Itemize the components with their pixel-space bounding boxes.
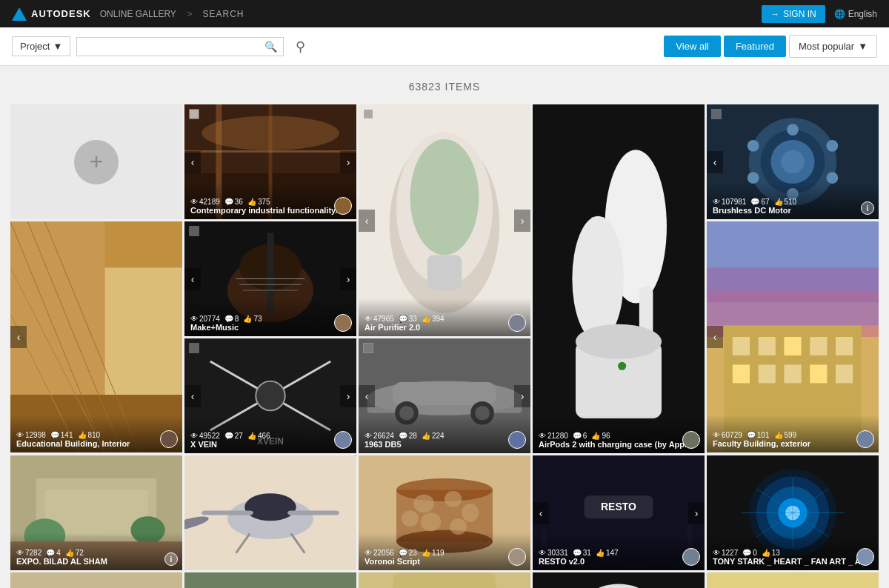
list-item[interactable]: [359, 572, 530, 588]
item-title: Air Purifier 2.0: [364, 323, 525, 332]
language-button[interactable]: 🌐 English: [834, 9, 877, 19]
slide-icon: [363, 109, 373, 119]
item-stats: 👁 49522 💬 27 👍 466: [190, 432, 350, 440]
comments-stat: 💬 101: [747, 431, 770, 439]
list-item[interactable]: 👁 21280 💬 6 👍 96 AirPods 2 with charging…: [533, 104, 705, 453]
svg-point-26: [787, 124, 799, 136]
slide-indicator: [363, 343, 373, 353]
featured-button[interactable]: Featured: [724, 36, 786, 57]
item-stats: 👁 22056 💬 23 👍 119: [364, 549, 525, 557]
item-overlay: 👁 49522 💬 27 👍 466 X VEIN: [184, 415, 356, 453]
list-item[interactable]: ‹ › 👁 47965 💬 33 👍 394 Air Purifier 2.0: [359, 104, 530, 336]
item-stats: 👁 42189 💬 36 👍 375: [190, 198, 350, 206]
svg-point-5: [202, 116, 339, 151]
view-all-button[interactable]: View all: [664, 36, 721, 57]
next-arrow[interactable]: ›: [688, 502, 705, 524]
next-arrow[interactable]: ›: [514, 210, 530, 232]
views-stat: 👁 107981: [713, 198, 746, 206]
likes-stat: 👍 147: [596, 549, 619, 557]
prev-arrow[interactable]: ‹: [184, 268, 201, 290]
list-item[interactable]: RESTO ‹ › 👁 30331 💬 31 👍 147 RESTO v2.0: [533, 455, 705, 570]
search-icon: 🔍: [264, 41, 277, 53]
gallery-image: [184, 572, 356, 588]
list-item[interactable]: ‹ 👁 60729 💬 101 👍 599 Faculty Building, …: [707, 221, 879, 452]
search-input[interactable]: [83, 41, 264, 52]
item-overlay: 👁 26624 💬 28 👍 224 1963 DB5: [359, 415, 530, 453]
item-title: RESTO v2.0: [539, 557, 699, 566]
item-title: Brushless DC Motor: [713, 206, 873, 215]
prev-arrow[interactable]: ‹: [533, 502, 549, 524]
autodesk-triangle-icon: [12, 7, 27, 21]
list-item[interactable]: [533, 572, 705, 588]
views-stat: 👁 12998: [16, 431, 46, 439]
next-arrow[interactable]: ›: [340, 385, 356, 407]
views-stat: 👁 47965: [364, 315, 394, 323]
project-label: Project: [20, 41, 50, 52]
prev-arrow[interactable]: ‹: [359, 210, 375, 232]
filter-icon[interactable]: ⚲: [296, 39, 305, 55]
item-title: Educational Building, Interior: [16, 439, 176, 448]
svg-point-94: [402, 510, 419, 527]
prev-arrow[interactable]: ‹: [359, 385, 375, 407]
views-stat: 👁 42189: [190, 198, 220, 206]
views-stat: 👁 7282: [16, 549, 41, 557]
list-item[interactable]: XVEIN ‹ › 👁 49522 💬 27 👍 466 X VEIN: [184, 338, 356, 453]
prev-arrow[interactable]: ‹: [707, 326, 723, 348]
svg-rect-69: [836, 337, 853, 355]
prev-arrow[interactable]: ‹: [707, 151, 723, 173]
most-popular-chevron-icon: ▼: [858, 41, 868, 52]
list-item[interactable]: ‹ › 👁 20774 💬 8 👍 73 Make+Music: [184, 221, 356, 336]
avatar: [682, 548, 700, 566]
list-item[interactable]: ‹ › 👁 42189 💬 36 👍 375 Contemporary indu…: [184, 104, 356, 219]
comments-stat: 💬 33: [399, 315, 417, 323]
svg-rect-35: [105, 267, 182, 406]
svg-rect-129: [10, 572, 182, 588]
avatar: [856, 548, 874, 566]
item-title: X VEIN: [190, 440, 350, 449]
views-stat: 👁 49522: [190, 432, 220, 440]
search-right: View all Featured Most popular ▼: [664, 35, 877, 58]
list-item[interactable]: [10, 572, 182, 588]
list-item[interactable]: 👁 22056 💬 23 👍 119 Voronoi Script: [359, 455, 530, 570]
list-item[interactable]: ‹ 👁 12998 💬 141 👍 810 Educational Buildi…: [10, 221, 182, 452]
info-icon[interactable]: i: [861, 201, 874, 215]
search-bar: Project ▼ 🔍 ⚲ View all Featured Most pop…: [0, 27, 889, 66]
language-label: English: [848, 9, 877, 19]
list-item[interactable]: ‹ 👁 107981 💬 67 👍 510 Brushless DC Motor…: [707, 104, 879, 219]
list-item[interactable]: ‹ › 👁 26624 💬 28 👍 224 1963 DB5: [359, 338, 530, 453]
item-overlay: 👁 42189 💬 36 👍 375 Contemporary industri…: [184, 181, 356, 219]
comments-stat: 💬 141: [50, 431, 73, 439]
views-stat: 👁 30331: [539, 549, 568, 557]
svg-point-16: [572, 216, 624, 342]
prev-arrow[interactable]: ‹: [184, 151, 201, 173]
list-item[interactable]: 👁 13826 💬 11 👍 95 EF01: [184, 572, 356, 588]
item-overlay: 👁 107981 💬 67 👍 510 Brushless DC Motor: [707, 181, 879, 219]
item-title: AirPods 2 with charging case (by Appl...: [539, 440, 699, 449]
list-item[interactable]: [707, 572, 879, 588]
top-bar-right: → SIGN IN 🌐 English: [762, 5, 877, 23]
svg-rect-138: [287, 510, 339, 515]
item-overlay: 👁 7282 💬 4 👍 72 EXPO. BILAD AL SHAM: [10, 532, 182, 570]
add-new-item-card[interactable]: +: [10, 104, 182, 219]
next-arrow[interactable]: ›: [340, 268, 356, 290]
next-arrow[interactable]: ›: [340, 151, 356, 173]
list-item[interactable]: 👁 1227 💬 0 👍 13 TONY STARK _ HEART _ FAN…: [707, 455, 879, 570]
gallery-image: [359, 572, 530, 588]
comments-stat: 💬 36: [224, 198, 243, 206]
list-item[interactable]: 👁 7282 💬 4 👍 72 EXPO. BILAD AL SHAM i: [10, 455, 182, 570]
autodesk-logo[interactable]: AUTODESK: [12, 7, 91, 21]
item-title: Faculty Building, exterior: [713, 439, 873, 448]
gallery-image: [533, 572, 705, 588]
info-icon[interactable]: i: [164, 552, 178, 566]
slide-icon: [189, 343, 199, 353]
svg-point-20: [618, 362, 626, 370]
sign-in-button[interactable]: → SIGN IN: [762, 5, 825, 23]
next-arrow[interactable]: ›: [514, 385, 530, 407]
prev-arrow[interactable]: ‹: [184, 385, 201, 407]
most-popular-button[interactable]: Most popular ▼: [789, 35, 877, 58]
views-stat: 👁 22056: [364, 549, 394, 557]
project-dropdown[interactable]: Project ▼: [12, 36, 70, 56]
list-item[interactable]: [184, 455, 356, 570]
prev-arrow[interactable]: ‹: [10, 326, 27, 348]
comments-stat: 💬 6: [573, 432, 587, 440]
